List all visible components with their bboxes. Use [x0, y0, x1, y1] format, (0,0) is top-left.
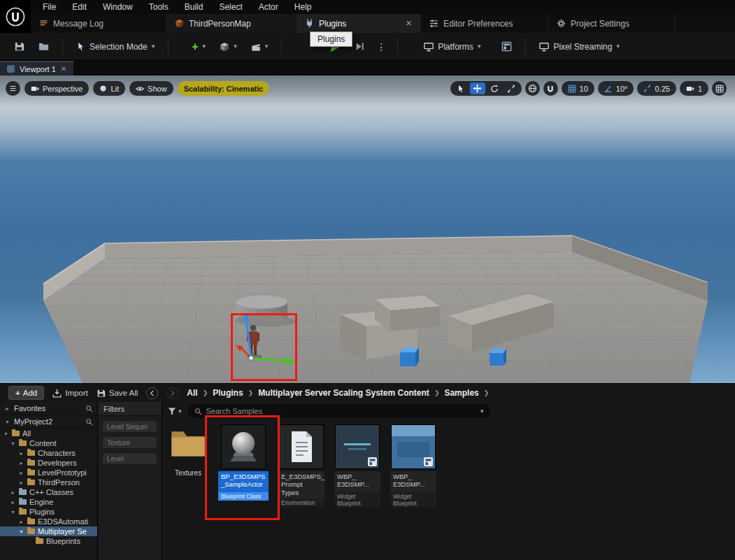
tab-thirdpersonmap[interactable]: ThirdPersonMap [166, 14, 297, 33]
asset-tile-bp-sampleactor[interactable]: BP_E3DSMPS _SampleActor Blueprint Class [217, 424, 270, 501]
camera-speed-control[interactable]: 1 [680, 81, 708, 96]
search-input[interactable] [206, 407, 476, 415]
surface-snapping-toggle[interactable] [543, 81, 558, 96]
close-icon[interactable]: ✕ [61, 65, 66, 73]
cinematics-dropdown[interactable]: ▾ [245, 37, 274, 57]
filter-chip-level-sequence[interactable]: Level Sequei [103, 421, 157, 432]
rotation-snap-control[interactable]: 10° [598, 81, 634, 96]
scale-tool-icon[interactable] [504, 82, 519, 94]
menu-edit[interactable]: Edit [64, 1, 94, 13]
camera-speed-value: 1 [698, 85, 702, 93]
tree-item-blueprints[interactable]: Blueprints [0, 536, 97, 546]
viewport-menu-button[interactable]: ☰ [6, 81, 20, 96]
browse-button[interactable] [33, 37, 55, 57]
asset-label-line1: BP_E3DSMPS [221, 473, 266, 480]
device-output-button[interactable] [496, 37, 518, 57]
folder-icon [12, 431, 20, 436]
tree-item-cpp-classes[interactable]: ▸ C++ Classes [0, 487, 97, 497]
frame-skip-button[interactable] [350, 37, 370, 57]
tab-label: Message Log [53, 19, 104, 29]
menu-tools[interactable]: Tools [141, 1, 176, 13]
tree-item-label: LevelPrototypi [38, 468, 87, 477]
play-options-kebab[interactable]: ⋮ [373, 41, 390, 52]
scalability-warning-badge[interactable]: Scalability: Cinematic [178, 81, 270, 96]
maximize-viewport-button[interactable] [712, 81, 727, 96]
breadcrumb-item-all[interactable]: All [187, 388, 197, 398]
asset-tile-wbp-1[interactable]: WBP_ E3DSMP... Widget Blueprint [333, 424, 382, 508]
rotate-tool-icon[interactable] [487, 82, 502, 94]
selection-mode-dropdown[interactable]: Selection Mode ▾ [71, 37, 160, 57]
breadcrumb-item-samples[interactable]: Samples [444, 388, 478, 398]
editor-tab-bar: Message Log ThirdPersonMap Plugins ✕ Edi… [31, 14, 735, 33]
gray-box-b[interactable] [375, 296, 440, 331]
tree-item-label: Multiplayer Se [38, 527, 87, 536]
chevron-right-icon: ▸ [10, 489, 16, 496]
tree-item-multiplayer-server[interactable]: ▾ Multiplayer Se [0, 526, 97, 536]
blue-cube-2[interactable] [490, 349, 506, 366]
tree-item-plugins[interactable]: ▾ Plugins [0, 507, 97, 517]
asset-tile-enum-prompttypes[interactable]: E_E3DSMPS_ Prompt Types Enumeration [277, 424, 326, 507]
viewport-toolbar-right: 10 10° 0.25 1 [450, 81, 727, 96]
menu-window[interactable]: Window [95, 1, 141, 13]
search-icon[interactable] [85, 405, 93, 412]
forward-button[interactable] [166, 387, 178, 399]
back-button[interactable] [146, 387, 158, 399]
tree-item-characters[interactable]: ▸ Characters [0, 448, 97, 458]
scale-snap-control[interactable]: 0.25 [637, 81, 676, 96]
menu-actor[interactable]: Actor [251, 1, 286, 13]
asset-tile-textures-folder[interactable]: Textures [166, 424, 210, 478]
platforms-dropdown[interactable]: Platforms ▾ [418, 37, 486, 57]
filter-dropdown-button[interactable]: ▾ [168, 407, 182, 415]
gizmo-origin[interactable] [249, 356, 253, 360]
tab-editor-preferences[interactable]: Editor Preferences [421, 14, 548, 33]
tree-item-thirdperson[interactable]: ▸ ThirdPerson [0, 478, 97, 487]
asset-type-label: Widget Blueprint [334, 492, 380, 508]
blueprints-dropdown[interactable]: ▾ [214, 37, 243, 57]
import-button[interactable]: Import [52, 389, 88, 398]
menu-help[interactable]: Help [287, 1, 320, 13]
blue-cube-1[interactable] [400, 347, 419, 366]
save-button[interactable] [8, 37, 30, 57]
chevron-right-icon: ▸ [18, 519, 24, 525]
project-section-header[interactable]: ▾ MyProject2 [0, 415, 97, 429]
tree-item-content[interactable]: ▾ Content [0, 438, 97, 448]
save-all-button[interactable]: Save All [97, 389, 138, 398]
show-dropdown[interactable]: Show [129, 81, 173, 96]
tree-item-all[interactable]: ▾ All [0, 429, 97, 438]
lit-dropdown[interactable]: Lit [93, 81, 125, 96]
asset-label-line2: _SampleActor [221, 480, 266, 488]
asset-tile-wbp-2[interactable]: WBP_ E3DSMP... Widget Blueprint [389, 424, 438, 508]
add-actor-dropdown[interactable]: + ▾ [186, 37, 211, 57]
grid-snap-control[interactable]: 10 [562, 81, 594, 96]
tab-message-log[interactable]: Message Log [31, 14, 166, 33]
world-local-toggle[interactable] [525, 81, 540, 96]
move-tool-icon[interactable] [470, 82, 485, 94]
tree-item-levelprototyping[interactable]: ▸ LevelPrototypi [0, 468, 97, 478]
perspective-dropdown[interactable]: Perspective [24, 81, 89, 96]
tab-project-settings[interactable]: Project Settings [548, 14, 676, 33]
select-tool-icon[interactable] [453, 82, 469, 94]
viewport-tab[interactable]: Viewport 1 ✕ [0, 61, 73, 76]
filter-chip-texture[interactable]: Texture [103, 437, 157, 448]
menu-build[interactable]: Build [177, 1, 211, 13]
folder-icon [27, 519, 35, 524]
search-icon[interactable] [85, 418, 93, 426]
viewport-3d-scene[interactable]: ☰ Perspective Lit Show Scalability: Cine… [0, 76, 735, 383]
tree-item-e3dsautomation[interactable]: ▸ E3DSAutomati [0, 517, 97, 526]
filter-chip-level[interactable]: Level [103, 453, 157, 464]
breadcrumb-item-plugins[interactable]: Plugins [213, 388, 243, 398]
tree-item-label: ThirdPerson [38, 478, 80, 487]
tree-item-developers[interactable]: ▸ Developers [0, 458, 97, 468]
add-button[interactable]: + Add [8, 386, 44, 400]
close-icon[interactable]: ✕ [406, 19, 412, 28]
breadcrumb-item-mpss-content[interactable]: Multiplayer Server Scaling System Conten… [258, 388, 429, 398]
menu-select[interactable]: Select [211, 1, 250, 13]
favorites-section-header[interactable]: ▸ Favorites [0, 402, 97, 415]
message-log-icon [39, 19, 48, 28]
search-icon [194, 408, 202, 415]
menu-file[interactable]: File [35, 1, 64, 13]
chevron-down-icon[interactable]: ▾ [480, 408, 484, 415]
tab-plugins[interactable]: Plugins ✕ [297, 14, 421, 33]
tree-item-engine[interactable]: ▸ Engine [0, 497, 97, 507]
pixel-streaming-dropdown[interactable]: Pixel Streaming ▾ [534, 37, 625, 57]
